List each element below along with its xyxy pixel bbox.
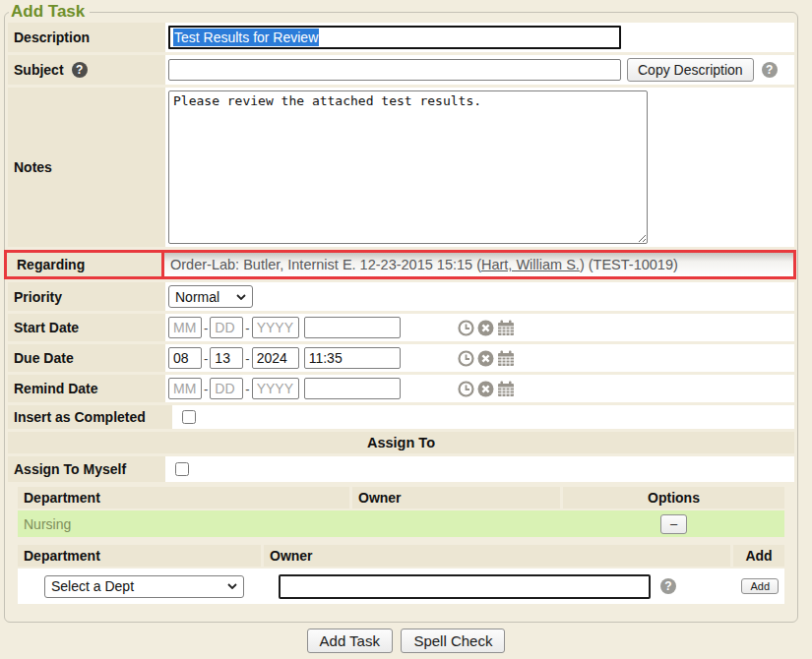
start-date-month-input[interactable] (168, 317, 202, 338)
insert-completed-checkbox[interactable] (182, 410, 196, 424)
date-separator: - (245, 382, 249, 396)
remind-date-day-input[interactable] (210, 378, 243, 399)
priority-select[interactable]: Normal (168, 285, 253, 308)
due-date-day-input[interactable] (210, 347, 243, 369)
subject-label: Subject (14, 62, 64, 78)
notes-row: Notes Please review the attached test re… (8, 88, 794, 247)
assign-myself-checkbox[interactable] (175, 462, 189, 476)
regarding-suffix: ) (TEST-10019) (580, 257, 678, 272)
add-task-button[interactable]: Add Task (307, 629, 393, 653)
owner-input[interactable] (279, 574, 651, 599)
insert-completed-label: Insert as Completed (8, 405, 172, 429)
chevron-down-icon (236, 294, 246, 300)
options-column-header: Options (563, 487, 784, 509)
remind-date-row: Remind Date - - (8, 375, 794, 402)
date-separator: - (245, 351, 249, 366)
priority-selected-value: Normal (175, 289, 219, 305)
description-label: Description (8, 23, 165, 52)
add-task-page: Add Task Description Test Results for Re… (0, 0, 812, 659)
regarding-patient-link[interactable]: Hart, William S. (481, 257, 580, 272)
owner-help-icon[interactable]: ? (660, 578, 676, 594)
start-date-year-input[interactable] (252, 317, 299, 338)
start-date-clear-icon[interactable] (477, 320, 494, 336)
department-select[interactable]: Select a Dept (44, 575, 244, 598)
description-row: Description Test Results for Review (8, 23, 794, 52)
regarding-row: Regarding Order-Lab: Butler, Internist E… (4, 250, 796, 279)
due-date-calendar-icon[interactable] (497, 350, 515, 367)
remind-date-clock-icon[interactable] (458, 381, 474, 397)
due-date-row: Due Date - - (8, 344, 794, 372)
due-date-label: Due Date (8, 344, 165, 372)
owner-column-header: Owner (352, 487, 560, 509)
remind-date-label: Remind Date (8, 375, 165, 402)
assign-myself-label: Assign To Myself (8, 456, 165, 482)
subject-row: Subject ? Copy Description ? (8, 55, 794, 85)
due-date-clock-icon[interactable] (458, 350, 474, 367)
add-assignment-table-header: Department Owner Add (18, 545, 784, 567)
date-separator: - (204, 351, 208, 366)
priority-row: Priority Normal (8, 282, 794, 311)
remind-date-clear-icon[interactable] (477, 381, 494, 397)
assignments-table-header: Department Owner Options (18, 487, 784, 509)
priority-label: Priority (8, 282, 165, 311)
start-date-label: Start Date (8, 314, 165, 341)
due-date-clear-icon[interactable] (477, 350, 494, 367)
assignment-row: Nursing – (18, 510, 784, 537)
department-selected-value: Select a Dept (51, 578, 134, 594)
subject-label-cell: Subject ? (8, 55, 165, 85)
due-date-month-input[interactable] (168, 347, 202, 369)
notes-textarea[interactable]: Please review the attached test results. (168, 90, 648, 244)
notes-label: Notes (8, 88, 165, 247)
subject-input[interactable] (168, 59, 621, 81)
due-date-year-input[interactable] (252, 347, 299, 369)
copy-description-help-icon[interactable]: ? (762, 62, 778, 78)
start-date-clock-icon[interactable] (458, 320, 474, 336)
description-input[interactable]: Test Results for Review (168, 26, 621, 49)
description-selected-text: Test Results for Review (173, 29, 319, 46)
spell-check-button[interactable]: Spell Check (401, 629, 505, 653)
add-task-fieldset: Add Task Description Test Results for Re… (4, 2, 798, 623)
assign-myself-row: Assign To Myself (8, 456, 794, 482)
remove-assignment-button[interactable]: – (660, 514, 687, 534)
regarding-value: Order-Lab: Butler, Internist E. 12-23-20… (164, 253, 793, 276)
department-column-header: Department (18, 545, 261, 567)
date-separator: - (245, 321, 249, 335)
remind-date-time-input[interactable] (304, 378, 401, 399)
date-separator: - (204, 321, 208, 335)
start-date-calendar-icon[interactable] (497, 320, 515, 336)
chevron-down-icon (227, 583, 237, 589)
page-title: Add Task (9, 2, 90, 22)
add-assignment-table: Department Owner Add Select a Dept ? Add (18, 545, 784, 604)
regarding-label: Regarding (7, 253, 164, 276)
add-column-header: Add (733, 545, 784, 567)
add-assignment-button[interactable]: Add (741, 578, 779, 594)
owner-column-header: Owner (264, 545, 730, 567)
regarding-text: Order-Lab: Butler, Internist E. 12-23-20… (170, 257, 481, 272)
remind-date-calendar-icon[interactable] (497, 381, 515, 397)
assignments-table: Department Owner Options Nursing – (18, 487, 784, 537)
department-column-header: Department (18, 487, 349, 509)
due-date-time-input[interactable] (304, 347, 401, 369)
footer-buttons: Add Task Spell Check (0, 629, 812, 653)
copy-description-button[interactable]: Copy Description (627, 58, 754, 82)
subject-help-icon[interactable]: ? (72, 62, 88, 78)
remind-date-month-input[interactable] (168, 378, 202, 399)
start-date-time-input[interactable] (304, 317, 401, 338)
assign-to-header: Assign To (8, 432, 794, 453)
start-date-day-input[interactable] (210, 317, 243, 338)
assignment-department: Nursing (18, 514, 352, 534)
remind-date-year-input[interactable] (252, 378, 299, 399)
insert-completed-row: Insert as Completed (8, 405, 794, 429)
start-date-row: Start Date - - (8, 314, 794, 341)
add-assignment-row: Select a Dept ? Add (18, 569, 784, 604)
date-separator: - (204, 382, 208, 396)
